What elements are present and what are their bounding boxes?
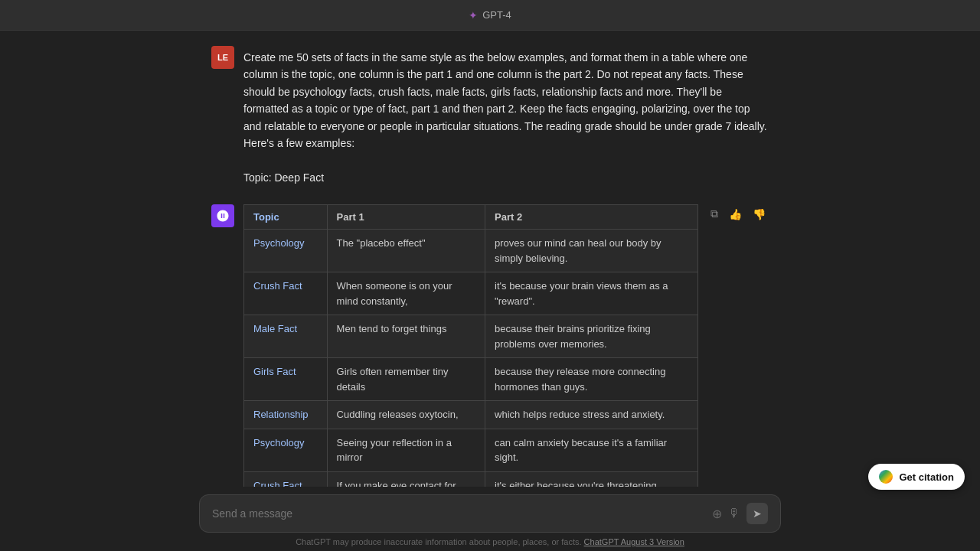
cell-part1: Men tend to forget things [327, 315, 485, 358]
user-message: LE Create me 50 sets of facts in the sam… [211, 46, 769, 186]
bottom-bar: ⊕ 🎙 ➤ ChatGPT may produce inaccurate inf… [0, 487, 980, 551]
message-input[interactable] [212, 507, 706, 520]
model-name: GPT-4 [482, 9, 511, 21]
col-header-part1: Part 1 [327, 205, 485, 230]
get-citation-button[interactable]: Get citation [868, 464, 965, 490]
thumbs-up-button[interactable]: 👍 [726, 206, 745, 222]
facts-table: Topic Part 1 Part 2 PsychologyThe "place… [243, 204, 698, 487]
send-button[interactable]: ➤ [746, 503, 768, 524]
cell-part2: it's because your brain views them as a … [485, 272, 698, 315]
table-row: Crush FactWhen someone is on your mind c… [244, 272, 698, 315]
cell-topic: Relationship [244, 401, 328, 429]
cell-part1: When someone is on your mind constantly, [327, 272, 485, 315]
user-message-text: Create me 50 sets of facts in the same s… [243, 51, 767, 149]
cell-topic: Psychology [244, 230, 328, 272]
cell-part2: because they release more connecting hor… [485, 358, 698, 401]
cell-topic: Girls Fact [244, 358, 328, 401]
get-citation-label: Get citation [899, 471, 954, 483]
cell-part1: The "placebo effect" [327, 230, 485, 272]
footer-version-link[interactable]: ChatGPT August 3 Version [584, 537, 684, 546]
cell-part2: which helps reduce stress and anxiety. [485, 401, 698, 429]
cell-part2: proves our mind can heal our body by sim… [485, 230, 698, 272]
top-bar: ✦ GPT-4 [0, 0, 980, 31]
cell-part2: can calm anxiety because it's a familiar… [485, 429, 698, 471]
cell-topic: Crush Fact [244, 471, 328, 487]
plugin-button[interactable]: ⊕ [712, 507, 722, 521]
model-icon: ✦ [469, 9, 478, 21]
input-row: ⊕ 🎙 ➤ [199, 494, 781, 533]
copy-button[interactable]: ⧉ [707, 206, 721, 222]
avatar: LE [211, 46, 234, 69]
cell-topic: Crush Fact [244, 272, 328, 315]
table-row: Girls FactGirls often remember tiny deta… [244, 358, 698, 401]
response-table-wrap: Topic Part 1 Part 2 PsychologyThe "place… [243, 204, 698, 487]
cell-topic: Psychology [244, 429, 328, 471]
col-header-topic: Topic [244, 205, 328, 230]
ai-logo-icon [216, 209, 230, 223]
chat-area: LE Create me 50 sets of facts in the sam… [0, 31, 980, 487]
message-container: LE Create me 50 sets of facts in the sam… [199, 46, 781, 487]
thumbs-down-button[interactable]: 👎 [750, 206, 769, 222]
google-icon [879, 470, 893, 484]
ai-message: Topic Part 1 Part 2 PsychologyThe "place… [211, 204, 769, 487]
table-row: Male FactMen tend to forget thingsbecaus… [244, 315, 698, 358]
table-row: PsychologySeeing your reflection in a mi… [244, 429, 698, 471]
mic-button[interactable]: 🎙 [728, 507, 740, 520]
cell-part2: it's either because you're threatening s… [485, 471, 698, 487]
cell-part1: Seeing your reflection in a mirror [327, 429, 485, 471]
cell-part1: Girls often remember tiny details [327, 358, 485, 401]
footer-note: ChatGPT may produce inaccurate informati… [296, 537, 684, 546]
user-text: Create me 50 sets of facts in the same s… [243, 46, 769, 186]
footer-note-start: ChatGPT may produce inaccurate informati… [296, 537, 581, 546]
cell-part1: Cuddling releases oxytocin, [327, 401, 485, 429]
model-badge: ✦ GPT-4 [469, 9, 511, 21]
ai-actions: ⧉ 👍 👎 [707, 204, 769, 222]
col-header-part2: Part 2 [485, 205, 698, 230]
cell-part1: If you make eye contact for more than 6 … [327, 471, 485, 487]
table-row: Crush FactIf you make eye contact for mo… [244, 471, 698, 487]
input-icons: ⊕ 🎙 ➤ [712, 503, 768, 524]
ai-avatar [211, 204, 234, 227]
cell-topic: Male Fact [244, 315, 328, 358]
table-row: RelationshipCuddling releases oxytocin,w… [244, 401, 698, 429]
table-row: PsychologyThe "placebo effect"proves our… [244, 230, 698, 272]
cell-part2: because their brains prioritize fixing p… [485, 315, 698, 358]
user-example-label: Topic: Deep Fact [243, 171, 324, 184]
